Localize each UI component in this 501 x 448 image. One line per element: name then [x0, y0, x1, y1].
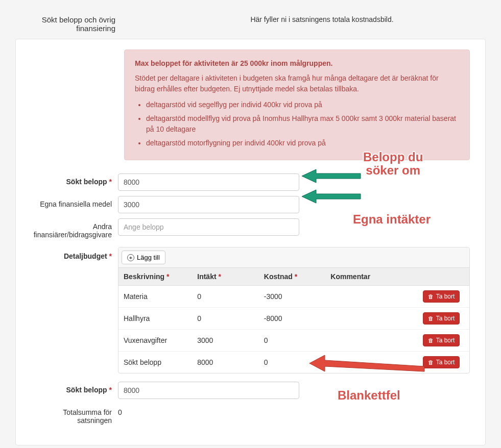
sokt-belopp-2-input[interactable]	[118, 382, 299, 399]
table-row: Hallhyra0-8000🗑Ta bort	[118, 308, 469, 330]
cell-beskrivning[interactable]: Materia	[118, 286, 192, 308]
delete-row-button[interactable]: 🗑Ta bort	[423, 290, 460, 303]
cell-kostnad[interactable]: -3000	[259, 286, 326, 308]
label-andra-finansiarer: Andra finansiärer/bidragsgivare	[26, 218, 118, 239]
budget-table: + Lägg till Beskrivning * Intäkt * Kostn…	[118, 247, 470, 374]
cell-kommentar[interactable]	[325, 330, 413, 352]
col-actions	[413, 268, 469, 286]
delete-row-button[interactable]: 🗑Ta bort	[423, 312, 460, 325]
cell-kommentar[interactable]	[325, 286, 413, 308]
table-row: Materia0-3000🗑Ta bort	[118, 286, 469, 308]
label-egna-medel: Egna finansiella medel	[26, 196, 118, 208]
label-sokt-belopp-2: Sökt belopp *	[26, 382, 118, 394]
cell-kommentar[interactable]	[325, 352, 413, 374]
cell-intakt[interactable]: 0	[192, 308, 259, 330]
col-kostnad: Kostnad *	[259, 268, 326, 286]
label-sokt-belopp: Sökt belopp *	[26, 173, 118, 186]
table-row: Sökt belopp80000🗑Ta bort	[118, 352, 469, 374]
section-description: Här fyller ni i satsningens totala kostn…	[123, 15, 481, 33]
egna-medel-input[interactable]	[118, 196, 299, 213]
plus-icon: +	[127, 254, 134, 261]
alert-bullet: deltagarstöd modellflyg vid prova på Ino…	[146, 113, 459, 135]
andra-finansiarer-input[interactable]	[118, 218, 299, 236]
col-kommentar: Kommentar	[325, 268, 413, 286]
trash-icon: 🗑	[428, 359, 434, 365]
trash-icon: 🗑	[428, 315, 434, 321]
cell-beskrivning[interactable]: Vuxenavgifter	[118, 330, 192, 352]
delete-row-label: Ta bort	[436, 293, 455, 300]
add-row-label: Lägg till	[137, 254, 160, 261]
section-title: Sökt belopp och övrig finansiering	[20, 15, 123, 33]
info-alert: Max beloppet för aktiviteten är 25 000kr…	[124, 49, 470, 160]
alert-bullet: deltagarstöd vid segelflyg per individ 4…	[146, 99, 459, 110]
cell-beskrivning[interactable]: Sökt belopp	[118, 352, 192, 374]
label-totalsumma: Totalsumma för satsningen	[26, 404, 118, 425]
sokt-belopp-input[interactable]	[118, 173, 299, 191]
alert-heading: Max beloppet för aktiviteten är 25 000kr…	[135, 59, 332, 67]
form-panel: Max beloppet för aktiviteten är 25 000kr…	[15, 39, 486, 445]
totalsumma-value: 0	[118, 408, 122, 416]
trash-icon: 🗑	[428, 293, 434, 300]
table-row: Vuxenavgifter30000🗑Ta bort	[118, 330, 469, 352]
cell-beskrivning[interactable]: Hallhyra	[118, 308, 192, 330]
delete-row-label: Ta bort	[436, 359, 455, 366]
cell-kommentar[interactable]	[325, 308, 413, 330]
alert-bullet: deltagarstöd motorflygning per individ 4…	[146, 138, 459, 148]
cell-kostnad[interactable]: 0	[259, 352, 326, 374]
delete-row-label: Ta bort	[436, 337, 455, 344]
cell-kostnad[interactable]: -8000	[259, 308, 326, 330]
trash-icon: 🗑	[428, 337, 434, 343]
cell-kostnad[interactable]: 0	[259, 330, 326, 352]
alert-body: Stödet per deltagare i aktiviteten i bud…	[135, 73, 459, 94]
cell-intakt[interactable]: 8000	[192, 352, 259, 374]
cell-intakt[interactable]: 0	[192, 286, 259, 308]
add-row-button[interactable]: + Lägg till	[122, 251, 165, 264]
delete-row-label: Ta bort	[436, 315, 455, 322]
cell-intakt[interactable]: 3000	[192, 330, 259, 352]
delete-row-button[interactable]: 🗑Ta bort	[423, 334, 460, 346]
alert-bullet-list: deltagarstöd vid segelflyg per individ 4…	[135, 99, 459, 148]
col-beskrivning: Beskrivning *	[118, 268, 192, 286]
col-intakt: Intäkt *	[192, 268, 259, 286]
delete-row-button[interactable]: 🗑Ta bort	[423, 356, 460, 368]
label-detaljbudget: Detaljbudget *	[26, 247, 118, 260]
